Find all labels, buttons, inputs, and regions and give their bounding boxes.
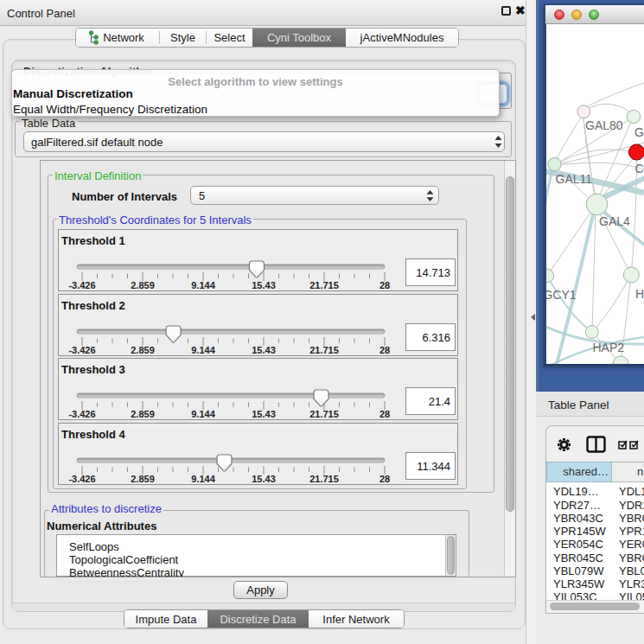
svg-text:GAL11: GAL11 <box>556 172 593 186</box>
svg-text:G.: G. <box>634 125 644 139</box>
svg-text:GAL4: GAL4 <box>599 214 630 228</box>
svg-text:C: C <box>635 162 644 175</box>
svg-text:HAP2: HAP2 <box>593 341 625 354</box>
svg-text:GCY1: GCY1 <box>546 288 577 302</box>
svg-text:GAL80: GAL80 <box>585 118 623 132</box>
svg-text:H: H <box>635 287 644 301</box>
